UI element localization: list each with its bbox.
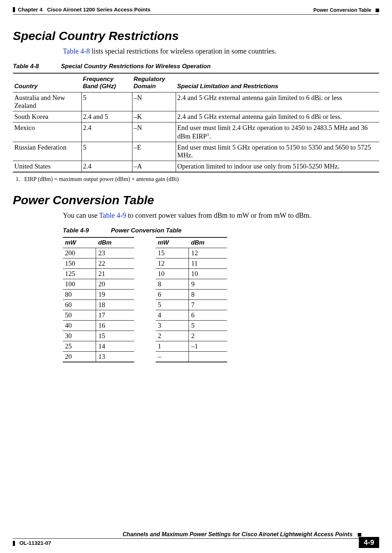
- caption-title-4-8: Special Country Restrictions for Wireles…: [61, 63, 211, 70]
- cell-mw: 12: [156, 258, 189, 269]
- cell-dbm: 23: [96, 248, 134, 258]
- table-row: 1211: [156, 258, 227, 269]
- cell-country: Mexico: [13, 122, 81, 142]
- cell-mw: 1: [156, 341, 189, 352]
- table-row: South Korea2.4 and 5–K2.4 and 5 GHz exte…: [13, 111, 379, 122]
- cell-mw: 10: [156, 269, 189, 279]
- footnote-num: 1.: [16, 176, 20, 182]
- col-dbm-left: dBm: [96, 237, 134, 248]
- col-frequency: Frequency Band (GHz): [81, 73, 132, 92]
- cell-limitation: End user must limit 2.4 GHz operation to…: [176, 122, 379, 142]
- table-row: 68: [156, 290, 227, 300]
- cell-limitation: 2.4 and 5 GHz external antenna gain limi…: [176, 92, 379, 111]
- table-row: 15022: [63, 258, 134, 269]
- cell-frequency: 5: [81, 92, 132, 111]
- table-row: United States2.4–AOperation limited to i…: [13, 161, 379, 172]
- table-row: 5017: [63, 310, 134, 321]
- cell-mw: 2: [156, 331, 189, 341]
- cell-dbm: 20: [96, 279, 134, 290]
- cell-mw: 150: [63, 258, 96, 269]
- table-row: 2514: [63, 341, 134, 352]
- cell-domain: –E: [132, 142, 176, 161]
- cell-dbm: 6: [189, 310, 227, 321]
- cell-mw: 30: [63, 331, 96, 341]
- col-limitation: Special Limitation and Restrictions: [176, 73, 379, 92]
- cell-mw: –: [156, 352, 189, 362]
- cell-dbm: [189, 352, 227, 362]
- table-row: 12521: [63, 269, 134, 279]
- link-table-4-9[interactable]: Table 4-9: [99, 211, 126, 219]
- heading-special-country-restrictions: Special Country Restrictions: [13, 29, 379, 43]
- intro-paragraph-2: You can use Table 4-9 to convert power v…: [63, 211, 379, 220]
- caption-title-4-9: Power Conversion Table: [111, 227, 182, 234]
- cell-mw: 125: [63, 269, 96, 279]
- cell-frequency: 2.4 and 5: [81, 111, 132, 122]
- table-row: 35: [156, 321, 227, 331]
- cell-dbm: 17: [96, 310, 134, 321]
- cell-dbm: 15: [96, 331, 134, 341]
- table-row: 3015: [63, 331, 134, 341]
- table-restrictions: Country Frequency Band (GHz) Regulatory …: [13, 73, 379, 172]
- footnote-1: 1. EIRP (dBm) = maximum output power (dB…: [16, 176, 379, 182]
- footer-doc-id: OL-11321-07: [19, 540, 51, 546]
- table-row: 57: [156, 300, 227, 310]
- cell-mw: 50: [63, 310, 96, 321]
- cell-country: South Korea: [13, 111, 81, 122]
- cell-country: Russian Federation: [13, 142, 81, 161]
- caption-num-4-8: Table 4-8: [13, 63, 59, 70]
- col-dbm-right: dBm: [189, 237, 227, 248]
- cell-dbm: 9: [189, 279, 227, 290]
- cell-dbm: 22: [96, 258, 134, 269]
- cell-limitation: Operation limited to indoor use only fro…: [176, 161, 379, 172]
- cell-dbm: 2: [189, 331, 227, 341]
- header-bar-icon: [13, 7, 15, 12]
- cell-dbm: 21: [96, 269, 134, 279]
- intro-text-1: lists special restrictions for wireless …: [90, 47, 276, 55]
- intro-pre-2: You can use: [63, 211, 99, 219]
- cell-country: Australia and New Zealand: [13, 92, 81, 111]
- heading-power-conversion-table: Power Conversion Table: [13, 193, 379, 207]
- col-country: Country: [13, 73, 81, 92]
- cell-mw: 8: [156, 279, 189, 290]
- cell-dbm: 5: [189, 321, 227, 331]
- chapter-label: Chapter 4: [18, 6, 42, 12]
- cell-frequency: 5: [81, 142, 132, 161]
- page-number-badge: 4-9: [359, 537, 379, 548]
- cell-dbm: 8: [189, 290, 227, 300]
- table-row: 1010: [156, 269, 227, 279]
- table-row: 1512: [156, 248, 227, 258]
- cell-mw: 6: [156, 290, 189, 300]
- cell-mw: 4: [156, 310, 189, 321]
- table-row: Russian Federation5–EEnd user must limit…: [13, 142, 379, 161]
- intro-paragraph-1: Table 4-8 lists special restrictions for…: [63, 46, 379, 56]
- cell-dbm: 11: [189, 258, 227, 269]
- cell-limitation: End user must limit 5 GHz operation to 5…: [176, 142, 379, 161]
- footer-doc-title: Channels and Maximum Power Settings for …: [122, 531, 352, 537]
- table-row: Mexico2.4–NEnd user must limit 2.4 GHz o…: [13, 122, 379, 142]
- cell-domain: –N: [132, 122, 176, 142]
- link-table-4-8[interactable]: Table 4-8: [63, 47, 90, 55]
- cell-limitation: 2.4 and 5 GHz external antenna gain limi…: [176, 111, 379, 122]
- footnote-text: EIRP (dBm) = maximum output power (dBm) …: [24, 176, 179, 182]
- cell-mw: 15: [156, 248, 189, 258]
- cell-mw: 200: [63, 248, 96, 258]
- cell-mw: 25: [63, 341, 96, 352]
- section-label: Power Conversion Table: [313, 7, 371, 13]
- table-row: 8019: [63, 290, 134, 300]
- cell-mw: 5: [156, 300, 189, 310]
- page-header: Chapter 4 Cisco Aironet 1200 Series Acce…: [13, 6, 379, 13]
- cell-dbm: 10: [189, 269, 227, 279]
- cell-domain: –K: [132, 111, 176, 122]
- cell-dbm: 19: [96, 290, 134, 300]
- cell-dbm: 18: [96, 300, 134, 310]
- col-mw-right: mW: [156, 237, 189, 248]
- caption-num-4-9: Table 4-9: [63, 227, 109, 234]
- cell-mw: 80: [63, 290, 96, 300]
- cell-dbm: 13: [96, 352, 134, 362]
- header-square-icon: [376, 9, 379, 12]
- cell-country: United States: [13, 161, 81, 172]
- cell-mw: 3: [156, 321, 189, 331]
- table-row: 6018: [63, 300, 134, 310]
- cell-dbm: –1: [189, 341, 227, 352]
- cell-mw: 40: [63, 321, 96, 331]
